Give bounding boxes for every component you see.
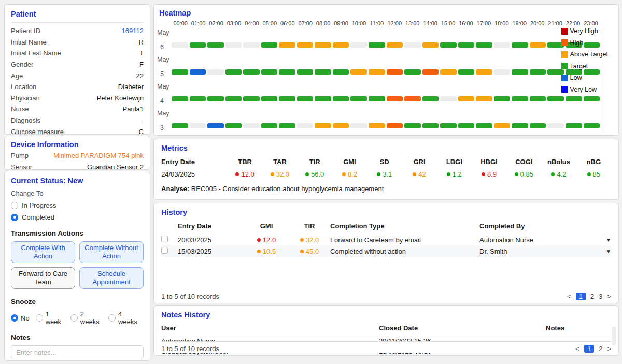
history-row-completion-type: Forward to Careteam by email xyxy=(330,236,479,244)
history-row-completed-by: Dr. Smith xyxy=(479,247,600,255)
notes-header-closed-date: Closed Date xyxy=(379,324,546,332)
history-row-expand-chevron-icon[interactable]: ▼ xyxy=(600,237,611,243)
heatmap-cell-target xyxy=(440,42,457,48)
legend-swatch-target xyxy=(561,63,568,69)
legend-label: Target xyxy=(570,63,588,70)
history-pagination: <123> xyxy=(567,293,611,300)
status-option-in-progress[interactable]: In Progress xyxy=(11,201,144,209)
heatmap-cell-none xyxy=(172,42,188,48)
history-row-checkbox[interactable] xyxy=(161,236,168,242)
heatmap-cell-target xyxy=(494,96,511,101)
metric-status-dot xyxy=(482,172,485,176)
history-row-checkbox[interactable] xyxy=(161,247,168,254)
metric-value-text: 3.1 xyxy=(383,170,392,178)
metric-value-tir: 56.0 xyxy=(298,170,332,178)
heatmap-cell-target xyxy=(369,96,385,101)
history-row-tir: 32.0 xyxy=(289,236,330,244)
heatmap-cell-above_target xyxy=(279,42,295,48)
metric-value-gri: 42 xyxy=(402,170,436,178)
heatmap-cell-target xyxy=(566,96,582,101)
snooze-option-radio[interactable] xyxy=(70,314,78,322)
patient-field-label: Gender xyxy=(11,61,33,68)
heatmap-cell-target xyxy=(243,96,260,101)
notes-history-page-1[interactable]: 1 xyxy=(584,345,594,353)
status-option-completed[interactable]: Completed xyxy=(11,213,144,221)
history-gmi-value: 12.0 xyxy=(263,236,276,244)
snooze-title: Snooze xyxy=(11,298,144,305)
metric-value-text: 85 xyxy=(593,170,600,178)
snooze-option-radio-selected[interactable] xyxy=(11,314,18,322)
notes-history-next-page[interactable]: > xyxy=(607,345,611,353)
patient-field-value[interactable]: 169112 xyxy=(122,27,144,35)
heatmap-row-month-label: May xyxy=(157,56,169,63)
status-option-radio[interactable] xyxy=(11,202,18,209)
history-row-expand-chevron-icon[interactable]: ▼ xyxy=(600,249,611,254)
heatmap-hour-label: 21:00 xyxy=(546,20,564,26)
legend-swatch-low xyxy=(561,75,568,81)
heatmap-cell-above_target xyxy=(530,42,546,48)
heatmap-cell-target xyxy=(225,123,242,128)
heatmap-cell-low xyxy=(207,123,224,128)
notes-input[interactable] xyxy=(11,345,144,359)
history-table-row: 20/03/202512.032.0Forward to Careteam by… xyxy=(161,234,611,245)
change-to-label: Change To xyxy=(11,190,144,197)
notes-history-prev-page[interactable]: < xyxy=(575,345,579,353)
snooze-option-2-weeks[interactable]: 2 weeks xyxy=(70,310,102,326)
heatmap-hour-label: 10:00 xyxy=(350,20,367,26)
history-rows: 20/03/202512.032.0Forward to Careteam by… xyxy=(161,234,611,257)
metric-status-dot xyxy=(587,172,591,176)
heatmap-row-day-label: 5 xyxy=(160,70,164,78)
heatmap-hour-label: 16:00 xyxy=(457,20,475,26)
heatmap-cell-target xyxy=(261,42,278,48)
history-row-tir: 45.0 xyxy=(289,247,330,255)
device-fields: PumpMinimed PARADIGM 754 pinkSensorGuard… xyxy=(11,150,144,172)
heatmap-cell-target xyxy=(315,96,331,101)
snooze-option-radio[interactable] xyxy=(36,314,43,322)
history-header-gmi: GMI xyxy=(244,222,289,230)
heatmap-cell-above_target xyxy=(350,69,367,75)
patient-field-row: LocationDiabeter xyxy=(11,81,144,93)
history-row-gmi: 12.0 xyxy=(244,236,289,244)
notes-history-title: Notes History xyxy=(161,311,611,319)
heatmap-cell-target xyxy=(261,123,278,128)
legend-swatch-very_low xyxy=(561,86,568,93)
transmission-actions: Complete With ActionComplete Without Act… xyxy=(11,241,144,289)
heatmap-hour-label: 13:00 xyxy=(403,20,421,26)
legend-label: Very High xyxy=(570,27,598,35)
heatmap-row-may-3: May3 xyxy=(159,107,613,134)
history-page-3[interactable]: 3 xyxy=(599,293,602,300)
complete-with-action-button[interactable]: Complete With Action xyxy=(11,241,75,263)
forward-to-care-team-button[interactable]: Forward to Care Team xyxy=(11,267,75,289)
history-tir-value: 45.0 xyxy=(306,247,319,255)
snooze-option-1-week[interactable]: 1 week xyxy=(36,310,64,326)
metrics-title: Metrics xyxy=(161,144,611,152)
heatmap-cell-none xyxy=(243,123,260,128)
legend-item-very_high: Very High xyxy=(561,27,608,35)
history-page-1[interactable]: 1 xyxy=(576,293,586,300)
metric-status-dot xyxy=(342,172,346,176)
metric-status-dot xyxy=(271,172,274,176)
schedule-appointment-button[interactable]: Schedule Appointment xyxy=(79,267,144,289)
heatmap-cell-none xyxy=(494,42,511,48)
status-option-radio-selected[interactable] xyxy=(11,214,18,221)
history-page-2[interactable]: 2 xyxy=(590,293,594,300)
history-prev-page[interactable]: < xyxy=(567,293,571,300)
notes-history-page-2[interactable]: 2 xyxy=(599,345,602,353)
heatmap-cell-target xyxy=(279,96,295,101)
metric-value-tar: 32.0 xyxy=(262,170,297,178)
metrics-header-row: Entry DateTBRTARTIRGMISDGRILBGIHBGICOGIn… xyxy=(161,158,611,166)
heatmap-row-may-5: May5 xyxy=(159,53,613,80)
patient-field-value: F xyxy=(139,61,144,68)
patient-field-row: Patient ID169112 xyxy=(11,25,144,37)
complete-without-action-button[interactable]: Complete Without Action xyxy=(79,241,144,263)
metric-status-dot xyxy=(413,172,416,176)
metrics-header-entry-date: Entry Date xyxy=(161,158,228,166)
heatmap-cell-above_target xyxy=(315,42,331,48)
history-header-tir: TIR xyxy=(289,222,330,230)
snooze-option-radio[interactable] xyxy=(108,314,116,322)
snooze-option-4-weeks[interactable]: 4 weeks xyxy=(108,310,140,326)
snooze-option-no[interactable]: No xyxy=(11,314,30,322)
notes-history-scrollbar[interactable] xyxy=(612,327,616,345)
patient-field-row: Age22 xyxy=(11,70,144,81)
history-next-page[interactable]: > xyxy=(607,293,611,300)
